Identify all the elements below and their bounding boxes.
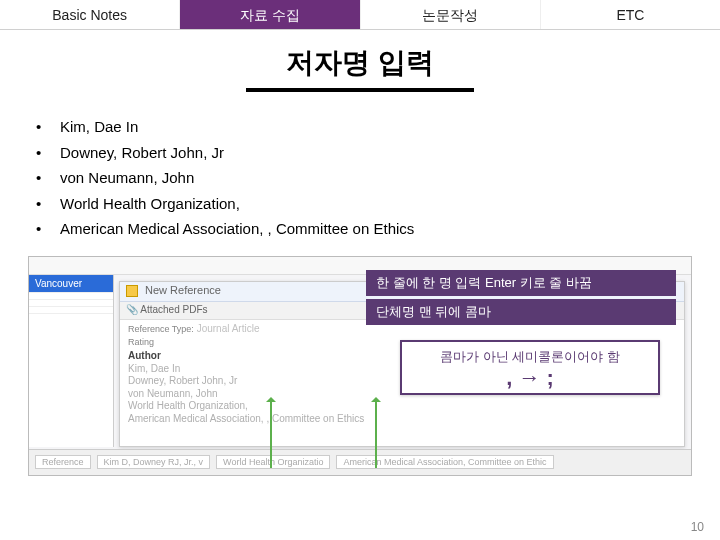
author-entry: American Medical Association, , Committe… xyxy=(128,413,676,426)
callout-rules: 한 줄에 한 명 입력 Enter 키로 줄 바꿈 단체명 맨 뒤에 콤마 xyxy=(366,270,676,328)
left-panel: Vancouver xyxy=(29,275,114,447)
list-item: Kim, Dae In xyxy=(36,114,720,140)
title-wrap: 저자명 입력 xyxy=(0,44,720,92)
tab-basic-notes[interactable]: Basic Notes xyxy=(0,0,179,29)
preview-bar: Reference Kim D, Downey RJ, Jr., v World… xyxy=(29,449,691,475)
list-item: World Health Organization, xyxy=(36,191,720,217)
list-item: von Neumann, John xyxy=(36,165,720,191)
preview-tab[interactable]: Reference xyxy=(35,455,91,469)
arrow-icon xyxy=(375,400,377,468)
window-title: New Reference xyxy=(145,284,221,296)
callout-line: 한 줄에 한 명 입력 Enter 키로 줄 바꿈 xyxy=(366,270,676,296)
preview-seg: American Medical Association, Committee … xyxy=(336,455,553,469)
list-item: Downey, Robert John, Jr xyxy=(36,140,720,166)
slide-number: 10 xyxy=(691,520,704,534)
panel-item[interactable] xyxy=(29,307,113,314)
tab-paper-writing[interactable]: 논문작성 xyxy=(360,0,540,29)
tab-data-collect[interactable]: 자료 수집 xyxy=(179,0,359,29)
author-examples-list: Kim, Dae In Downey, Robert John, Jr von … xyxy=(36,114,720,242)
preview-seg: World Health Organizatio xyxy=(216,455,330,469)
paperclip-icon: 📎 xyxy=(126,304,138,315)
list-item: American Medical Association, , Committe… xyxy=(36,216,720,242)
callout-line: 단체명 맨 뒤에 콤마 xyxy=(366,299,676,325)
tab-etc[interactable]: ETC xyxy=(540,0,720,29)
panel-item[interactable] xyxy=(29,293,113,300)
callout-symbol: , → ; xyxy=(412,366,648,389)
new-ref-icon xyxy=(126,285,138,297)
panel-selected-item[interactable]: Vancouver xyxy=(29,275,113,293)
top-tabs: Basic Notes 자료 수집 논문작성 ETC xyxy=(0,0,720,30)
callout-semicolon: 콤마가 아닌 세미콜론이어야 함 , → ; xyxy=(400,340,660,395)
ref-type-value[interactable]: Journal Article xyxy=(197,323,260,334)
attached-tab-label: Attached PDFs xyxy=(140,304,207,315)
preview-seg: Kim D, Downey RJ, Jr., v xyxy=(97,455,211,469)
author-entry: World Health Organization, xyxy=(128,400,676,413)
panel-item[interactable] xyxy=(29,300,113,307)
page-title: 저자명 입력 xyxy=(246,44,474,92)
callout-text: 콤마가 아닌 세미콜론이어야 함 xyxy=(412,348,648,366)
ref-type-label: Reference Type: xyxy=(128,324,194,334)
arrow-icon xyxy=(270,400,272,468)
